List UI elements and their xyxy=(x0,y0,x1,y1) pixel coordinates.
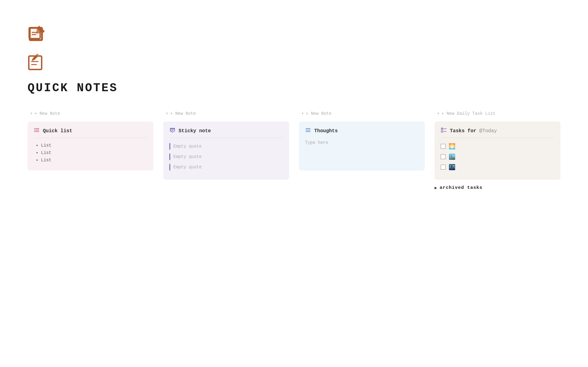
task-emoji-1: 🌅 xyxy=(449,143,455,150)
blockquote-3: Empty quote xyxy=(169,164,283,170)
quote-text-1: Empty quote xyxy=(173,144,202,149)
app-logo xyxy=(28,53,47,73)
svg-rect-25 xyxy=(441,131,443,132)
svg-point-16 xyxy=(34,130,35,131)
task-emoji-3: 🌃 xyxy=(449,164,455,170)
sticky-note-card: Sticky note Empty quote Empty quote Empt… xyxy=(163,122,289,180)
sticky-note-title: Sticky note xyxy=(179,128,211,134)
sticky-icon xyxy=(169,127,175,135)
blockquote-2: Empty quote xyxy=(169,153,283,160)
list-item-3: List xyxy=(41,158,147,163)
thoughts-card[interactable]: Thoughts Type here xyxy=(299,122,425,170)
page-container: QUICK NOTES + + New Note xyxy=(0,0,588,215)
new-daily-task-btn[interactable]: + + New Daily Task List xyxy=(435,110,560,117)
quick-list-items: List List List xyxy=(34,143,147,163)
quick-list-title: Quick list xyxy=(43,128,72,134)
logo-container xyxy=(28,24,560,44)
svg-point-15 xyxy=(34,128,35,129)
archived-tasks-label: archived tasks xyxy=(439,185,482,190)
list-item-1: List xyxy=(41,143,147,148)
task-checkbox-2[interactable] xyxy=(441,154,446,159)
logo-icon-main xyxy=(28,24,46,43)
archived-arrow-icon: ▶ xyxy=(435,185,437,190)
task-emoji-2: 🏙️ xyxy=(449,153,455,160)
tasks-for-label: Tasks for xyxy=(450,128,476,134)
plus-icon-1: + xyxy=(30,111,32,116)
task-row-2: 🏙️ xyxy=(441,153,554,160)
archived-tasks-toggle[interactable]: ▶ archived tasks xyxy=(435,185,560,190)
task-checkbox-1[interactable] xyxy=(441,144,446,149)
column-3: + + New Note Thoughts Type here xyxy=(299,110,425,170)
task-row-1: 🌅 xyxy=(441,143,554,150)
checklist-icon xyxy=(441,127,447,135)
columns-container: + + New Note Quick l xyxy=(28,110,560,190)
tasks-today-label: @Today xyxy=(479,128,497,134)
list-item-2: List xyxy=(41,150,147,155)
new-note-btn-3[interactable]: + + New Note xyxy=(299,110,425,117)
card-header-3: Thoughts xyxy=(305,127,419,135)
list-icon xyxy=(34,127,40,135)
new-note-label-3: + New Note xyxy=(306,111,331,116)
quote-bar-1 xyxy=(169,143,170,150)
task-row-3: 🌃 xyxy=(441,164,554,170)
task-checkbox-3[interactable] xyxy=(441,165,446,170)
page-title: QUICK NOTES xyxy=(28,81,560,95)
quote-bar-2 xyxy=(169,153,170,160)
card-header-4: Tasks for @Today xyxy=(441,127,554,138)
blockquote-1: Empty quote xyxy=(169,143,283,150)
new-daily-task-label: + New Daily Task List xyxy=(441,111,495,116)
quote-bar-3 xyxy=(169,164,170,170)
logo-area xyxy=(28,53,560,73)
new-note-label-2: + New Note xyxy=(170,111,196,116)
new-note-btn-2[interactable]: + + New Note xyxy=(163,110,289,117)
quote-text-3: Empty quote xyxy=(173,165,202,170)
thoughts-placeholder[interactable]: Type here xyxy=(305,139,419,146)
column-2: + + New Note Sticky note xyxy=(163,110,289,180)
tasks-title: Tasks for @Today xyxy=(450,128,497,134)
quick-list-card: Quick list List List List xyxy=(28,122,153,170)
column-1: + + New Note Quick l xyxy=(28,110,153,170)
thoughts-title: Thoughts xyxy=(314,128,338,134)
tasks-card: Tasks for @Today 🌅 🏙️ 🌃 xyxy=(435,122,560,180)
lines-icon xyxy=(305,127,311,135)
svg-point-17 xyxy=(34,131,35,132)
plus-icon-3: + xyxy=(301,111,304,116)
card-header-2: Sticky note xyxy=(169,127,283,138)
column-4: + + New Daily Task List xyxy=(435,110,560,190)
plus-icon-2: + xyxy=(166,111,168,116)
card-header-1: Quick list xyxy=(34,127,147,138)
plus-icon-4: + xyxy=(437,111,439,116)
new-note-label-1: + New Note xyxy=(34,111,60,116)
new-note-btn-1[interactable]: + + New Note xyxy=(28,110,153,117)
quote-text-2: Empty quote xyxy=(173,154,202,159)
